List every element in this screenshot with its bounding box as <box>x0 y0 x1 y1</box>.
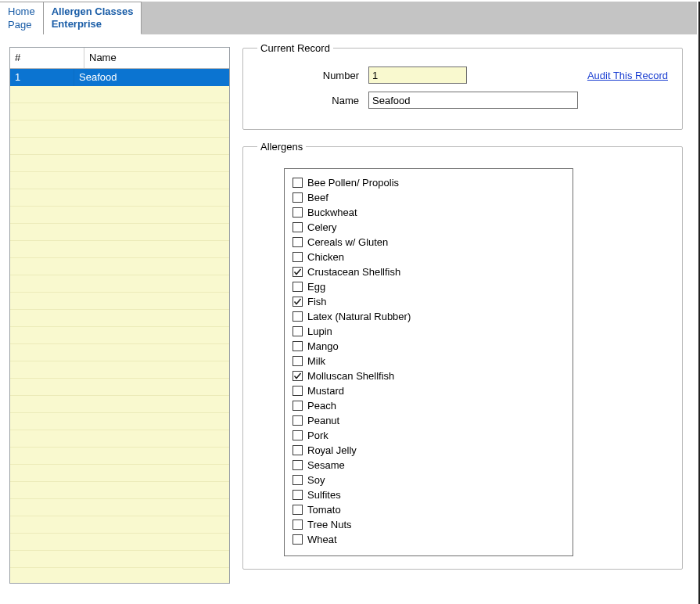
name-input[interactable] <box>368 92 578 109</box>
checkbox-icon[interactable] <box>293 282 303 292</box>
allergen-label: Crustacean Shellfish <box>307 266 400 278</box>
allergen-item[interactable]: Lupin <box>293 324 565 339</box>
number-row: Number Audit This Record <box>257 67 668 84</box>
allergen-item[interactable]: Royal Jelly <box>293 443 565 458</box>
allergen-label: Molluscan Shellfish <box>307 370 394 382</box>
allergen-item[interactable]: Cereals w/ Gluten <box>293 235 565 250</box>
checkbox-icon[interactable] <box>293 178 303 188</box>
checkbox-icon[interactable] <box>293 341 303 351</box>
allergen-item[interactable]: Milk <box>293 354 565 369</box>
records-grid[interactable]: # Name 1Seafood <box>9 47 230 584</box>
checkbox-icon[interactable] <box>293 460 303 470</box>
checkbox-icon[interactable] <box>293 237 303 247</box>
checkbox-icon[interactable] <box>293 297 303 307</box>
allergen-item[interactable]: Tomato <box>293 502 565 517</box>
allergen-label: Soy <box>307 474 325 486</box>
checkbox-icon[interactable] <box>293 192 303 203</box>
allergen-item[interactable]: Celery <box>293 220 565 235</box>
table-row[interactable]: 1Seafood <box>10 69 229 86</box>
allergen-item[interactable]: Egg <box>293 279 565 294</box>
audit-this-record-link[interactable]: Audit This Record <box>587 70 668 81</box>
allergens-checklist[interactable]: Bee Pollen/ PropolisBeefBuckwheatCeleryC… <box>284 168 573 556</box>
allergen-label: Wheat <box>307 534 337 545</box>
checkbox-icon[interactable] <box>293 207 303 218</box>
allergen-label: Beef <box>307 192 328 203</box>
tab-strip: Home Page Allergen Classes Enterprise <box>0 2 697 34</box>
current-record-legend: Current Record <box>257 42 333 54</box>
allergen-item[interactable]: Latex (Natural Rubber) <box>293 309 565 324</box>
allergen-item[interactable]: Peach <box>293 398 565 413</box>
allergen-item[interactable]: Sulfites <box>293 487 565 502</box>
allergen-label: Chicken <box>307 251 344 263</box>
name-label: Name <box>257 95 368 106</box>
checkbox-icon[interactable] <box>293 356 303 366</box>
tab-home-page[interactable]: Home Page <box>0 2 44 34</box>
checkbox-icon[interactable] <box>293 505 303 515</box>
checkbox-icon[interactable] <box>293 415 303 426</box>
allergen-label: Mango <box>307 340 339 352</box>
allergen-label: Royal Jelly <box>307 444 357 456</box>
allergen-item[interactable]: Mustard <box>293 383 565 398</box>
allergen-item[interactable]: Sesame <box>293 458 565 473</box>
checkbox-icon[interactable] <box>293 267 303 277</box>
allergen-label: Lupin <box>307 325 332 337</box>
checkbox-icon[interactable] <box>293 386 303 396</box>
allergen-item[interactable]: Bee Pollen/ Propolis <box>293 175 565 190</box>
cell-name: Seafood <box>74 69 229 86</box>
allergen-label: Tree Nuts <box>307 519 352 530</box>
main-body: # Name 1Seafood Current Record Number Au… <box>2 34 697 601</box>
allergen-label: Celery <box>307 221 337 233</box>
allergen-label: Egg <box>307 281 325 293</box>
allergens-legend: Allergens <box>257 141 306 153</box>
allergen-label: Tomato <box>307 504 341 516</box>
allergen-item[interactable]: Chicken <box>293 250 565 264</box>
allergen-label: Mustard <box>307 385 344 397</box>
allergen-item[interactable]: Buckwheat <box>293 205 565 220</box>
cell-num: 1 <box>10 69 74 86</box>
allergen-label: Sesame <box>307 459 345 471</box>
checkbox-icon[interactable] <box>293 445 303 455</box>
allergen-label: Fish <box>307 296 327 307</box>
grid-header: # Name <box>10 48 229 69</box>
allergen-label: Buckwheat <box>307 207 357 218</box>
checkbox-icon[interactable] <box>293 311 303 322</box>
checkbox-icon[interactable] <box>293 534 303 545</box>
app-window: Home Page Allergen Classes Enterprise # … <box>0 2 700 604</box>
number-label: Number <box>257 70 368 81</box>
allergen-item[interactable]: Molluscan Shellfish <box>293 369 565 383</box>
checkbox-icon[interactable] <box>293 222 303 232</box>
checkbox-icon[interactable] <box>293 430 303 440</box>
allergen-item[interactable]: Peanut <box>293 413 565 428</box>
allergen-item[interactable]: Pork <box>293 428 565 443</box>
left-panel: # Name 1Seafood <box>2 34 236 601</box>
allergen-item[interactable]: Soy <box>293 473 565 487</box>
checkbox-icon[interactable] <box>293 401 303 411</box>
allergen-label: Milk <box>307 355 325 367</box>
allergen-item[interactable]: Wheat <box>293 532 565 547</box>
number-input[interactable] <box>368 67 467 84</box>
allergen-label: Pork <box>307 430 328 441</box>
allergen-item[interactable]: Beef <box>293 190 565 205</box>
allergen-item[interactable]: Tree Nuts <box>293 517 565 532</box>
allergens-group: Allergens Bee Pollen/ PropolisBeefBuckwh… <box>242 141 683 570</box>
grid-rows: 1Seafood <box>10 69 229 583</box>
checkbox-icon[interactable] <box>293 252 303 262</box>
checkbox-icon[interactable] <box>293 490 303 500</box>
allergen-label: Peanut <box>307 415 339 426</box>
checkbox-icon[interactable] <box>293 520 303 530</box>
checkbox-icon[interactable] <box>293 475 303 485</box>
name-row: Name <box>257 92 668 109</box>
checkbox-icon[interactable] <box>293 371 303 381</box>
allergen-label: Latex (Natural Rubber) <box>307 311 411 322</box>
tab-allergen-classes[interactable]: Allergen Classes Enterprise <box>44 2 142 34</box>
grid-header-name[interactable]: Name <box>84 48 229 68</box>
allergen-item[interactable]: Crustacean Shellfish <box>293 264 565 279</box>
grid-header-num[interactable]: # <box>10 48 84 68</box>
right-panel: Current Record Number Audit This Record … <box>236 34 697 601</box>
allergen-item[interactable]: Mango <box>293 339 565 354</box>
allergen-item[interactable]: Fish <box>293 294 565 309</box>
checkbox-icon[interactable] <box>293 326 303 336</box>
allergen-label: Bee Pollen/ Propolis <box>307 177 399 189</box>
allergen-label: Sulfites <box>307 489 341 501</box>
current-record-group: Current Record Number Audit This Record … <box>242 42 683 130</box>
